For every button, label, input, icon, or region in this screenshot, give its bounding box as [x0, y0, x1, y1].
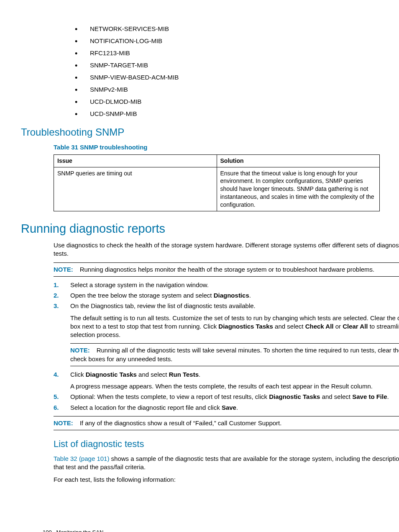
- footer-title: Monitoring the SAN: [56, 529, 104, 532]
- bold-diagnostics-tasks: Diagnostics Tasks: [218, 323, 273, 330]
- note-text: Running all of the diagnostic tests will…: [70, 347, 399, 362]
- list-item: SNMPv2-MIB: [69, 85, 399, 94]
- note-block: NOTE:Running diagnostics helps monitor t…: [54, 262, 399, 277]
- step-6: Select a location for the diagnostic rep…: [54, 403, 399, 412]
- bold-diagnostic-tasks: Diagnostic Tasks: [269, 393, 320, 400]
- note-block: NOTE:If any of the diagnostics show a re…: [54, 416, 399, 430]
- step-1: Select a storage system in the navigatio…: [54, 281, 399, 289]
- page-number: 100: [43, 529, 52, 532]
- note-label: NOTE:: [54, 419, 73, 427]
- step-text: On the Diagnostics tab, review the list …: [70, 302, 256, 309]
- heading-troubleshooting-snmp: Troubleshooting SNMP: [21, 126, 399, 139]
- heading-running-diagnostic-reports: Running diagnostic reports: [21, 221, 399, 237]
- list-item: SNMP-TARGET-MIB: [69, 61, 399, 69]
- cell-solution: Ensure that the timeout value is long en…: [217, 167, 380, 211]
- bold-run-tests: Run Tests: [169, 371, 199, 378]
- step-4: Click Diagnostic Tasks and select Run Te…: [54, 370, 399, 391]
- step-2: Open the tree below the storage system a…: [54, 291, 399, 300]
- list-item: UCD-SNMP-MIB: [69, 109, 399, 118]
- step-5: Optional: When the tests complete, to vi…: [54, 393, 399, 401]
- bold-diagnostic-tasks: Diagnostic Tasks: [86, 371, 137, 378]
- bold-check-all: Check All: [305, 323, 334, 330]
- bold-save-to-file: Save to File: [352, 393, 387, 400]
- step-text: Open the tree below the storage system a…: [70, 292, 214, 299]
- note-block: NOTE:Running all of the diagnostic tests…: [70, 343, 399, 366]
- step-text: Select a storage system in the navigatio…: [70, 281, 209, 288]
- paragraph-diag-intro: Use diagnostics to check the health of t…: [54, 241, 399, 258]
- step-3: On the Diagnostics tab, review the list …: [54, 302, 399, 366]
- note-text: If any of the diagnostics show a result …: [80, 419, 282, 427]
- diagnostic-steps: Select a storage system in the navigatio…: [54, 281, 399, 412]
- note-label: NOTE:: [54, 266, 73, 273]
- bold-diagnostics: Diagnostics: [214, 292, 249, 299]
- note-label: NOTE:: [70, 347, 90, 354]
- step-paragraph: The default setting is to run all tests.…: [70, 314, 399, 339]
- link-table-32[interactable]: Table 32 (page 101): [54, 455, 109, 462]
- list-item: RFC1213-MIB: [69, 49, 399, 57]
- step-paragraph: A progress message appears. When the tes…: [70, 382, 399, 391]
- table-row: SNMP queries are timing out Ensure that …: [54, 167, 380, 211]
- page-footer: 100 Monitoring the SAN: [43, 529, 103, 532]
- list-item: NOTIFICATION-LOG-MIB: [69, 36, 399, 45]
- list-item: SNMP-VIEW-BASED-ACM-MIB: [69, 73, 399, 82]
- snmp-troubleshooting-table: Issue Solution SNMP queries are timing o…: [54, 154, 380, 211]
- mib-list: NETWORK-SERVICES-MIB NOTIFICATION-LOG-MI…: [69, 24, 399, 118]
- paragraph-list-follow: For each test, lists the following infor…: [54, 475, 399, 484]
- cell-issue: SNMP queries are timing out: [54, 167, 217, 211]
- list-item: NETWORK-SERVICES-MIB: [69, 24, 399, 33]
- table-caption: Table 31 SNMP troubleshooting: [54, 143, 399, 152]
- bold-clear-all: Clear All: [343, 323, 368, 330]
- list-item: UCD-DLMOD-MIB: [69, 97, 399, 106]
- paragraph-list-intro: Table 32 (page 101) shows a sample of th…: [54, 455, 399, 472]
- table-header-issue: Issue: [54, 154, 217, 167]
- note-text: Running diagnostics helps monitor the he…: [80, 266, 375, 273]
- heading-list-of-diagnostic-tests: List of diagnostic tests: [54, 438, 399, 450]
- bold-save: Save: [222, 404, 236, 411]
- table-header-solution: Solution: [217, 154, 380, 167]
